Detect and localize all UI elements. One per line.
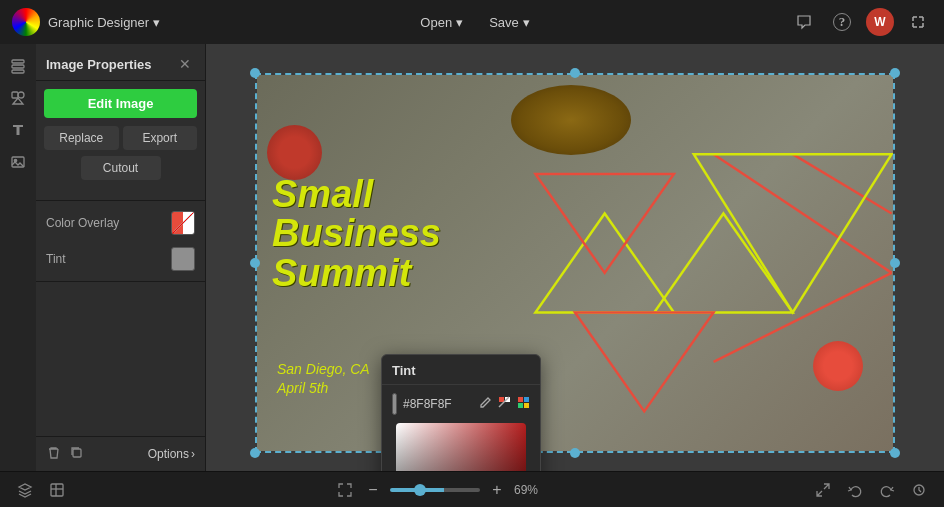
canvas-title: Small Business Summit bbox=[272, 175, 441, 295]
cutout-button[interactable]: Cutout bbox=[81, 156, 161, 180]
tint-popup: Tint bbox=[381, 354, 541, 471]
properties-panel: Image Properties ✕ Edit Image Replace Ex… bbox=[36, 44, 206, 471]
layers-panel-icon bbox=[17, 482, 33, 498]
sidebar-icon-image[interactable] bbox=[4, 148, 32, 176]
canvas-wrapper: Small Business Summit San Diego, CA Apri… bbox=[255, 73, 895, 453]
app-title-text: Graphic Designer bbox=[48, 15, 149, 30]
handle-bot-left[interactable] bbox=[250, 448, 260, 458]
history-button[interactable] bbox=[906, 477, 932, 503]
edit-image-button[interactable]: Edit Image bbox=[44, 89, 197, 118]
svg-marker-14 bbox=[575, 312, 714, 411]
panel-divider-1 bbox=[36, 200, 205, 201]
canvas-area[interactable]: Small Business Summit San Diego, CA Apri… bbox=[206, 44, 944, 471]
grid-panel-button[interactable] bbox=[44, 477, 70, 503]
title-line3: Summit bbox=[272, 254, 441, 294]
bottom-bar-right bbox=[810, 477, 932, 503]
color-gradient-v bbox=[396, 423, 526, 471]
tint-color-preview[interactable] bbox=[392, 393, 397, 415]
fit-to-screen-button[interactable] bbox=[334, 479, 356, 501]
app-title-chevron[interactable]: ▾ bbox=[153, 15, 160, 30]
duplicate-icon bbox=[69, 445, 84, 460]
resize-button[interactable] bbox=[810, 477, 836, 503]
tint-hex-input[interactable] bbox=[403, 397, 473, 411]
tint-swatch-button[interactable] bbox=[517, 396, 530, 412]
replace-button[interactable]: Replace bbox=[44, 126, 119, 150]
sidebar-icon-text[interactable] bbox=[4, 116, 32, 144]
tint-pencil-button[interactable] bbox=[479, 396, 492, 412]
title-line1: Small bbox=[272, 175, 441, 215]
panel-bottom: Options › bbox=[36, 436, 205, 471]
panel-divider-2 bbox=[36, 281, 205, 282]
fit-screen-icon bbox=[337, 482, 353, 498]
panel-header: Image Properties ✕ bbox=[36, 44, 205, 81]
delete-button[interactable] bbox=[46, 445, 61, 463]
sidebar-icon-layers[interactable] bbox=[4, 52, 32, 80]
expand-icon bbox=[911, 15, 925, 29]
svg-line-16 bbox=[793, 154, 892, 213]
canvas-image[interactable]: Small Business Summit San Diego, CA Apri… bbox=[255, 73, 895, 453]
tint-slash-button[interactable] bbox=[498, 396, 511, 412]
export-button[interactable]: Export bbox=[123, 126, 198, 150]
undo-button[interactable] bbox=[842, 477, 868, 503]
tint-popup-title: Tint bbox=[392, 363, 416, 378]
topbar-right: ? W bbox=[790, 8, 932, 36]
help-icon: ? bbox=[833, 13, 851, 31]
svg-rect-0 bbox=[12, 60, 24, 63]
expand-button[interactable] bbox=[904, 8, 932, 36]
handle-mid-right[interactable] bbox=[890, 258, 900, 268]
color-overlay-swatch[interactable] bbox=[171, 211, 195, 235]
zoom-minus-icon: − bbox=[368, 481, 377, 499]
svg-marker-12 bbox=[654, 213, 793, 312]
undo-icon bbox=[847, 482, 863, 498]
subtitle-line2: April 5th bbox=[277, 379, 370, 399]
export-label: Export bbox=[142, 131, 177, 145]
duplicate-button[interactable] bbox=[69, 445, 84, 463]
replace-label: Replace bbox=[59, 131, 103, 145]
zoom-in-button[interactable]: + bbox=[486, 479, 508, 501]
close-icon: ✕ bbox=[179, 56, 191, 72]
bottom-bar: − + 69% bbox=[0, 471, 944, 507]
tint-popup-header: Tint bbox=[382, 355, 540, 385]
svg-rect-25 bbox=[524, 403, 529, 408]
zoom-out-button[interactable]: − bbox=[362, 479, 384, 501]
svg-line-15 bbox=[714, 154, 892, 273]
handle-bot-center[interactable] bbox=[570, 448, 580, 458]
save-label: Save bbox=[489, 15, 519, 30]
topbar: Graphic Designer ▾ Open ▾ Save ▾ ? W bbox=[0, 0, 944, 44]
swatch-grid-icon bbox=[517, 396, 530, 409]
zoom-slider[interactable] bbox=[390, 488, 480, 492]
redo-button[interactable] bbox=[874, 477, 900, 503]
panel-close-button[interactable]: ✕ bbox=[175, 54, 195, 74]
handle-top-left[interactable] bbox=[250, 68, 260, 78]
help-button[interactable]: ? bbox=[828, 8, 856, 36]
sidebar-icons bbox=[0, 44, 36, 471]
sidebar-icon-shapes[interactable] bbox=[4, 84, 32, 112]
swatch-slash bbox=[172, 212, 194, 234]
layers-panel-button[interactable] bbox=[12, 477, 38, 503]
handle-top-center[interactable] bbox=[570, 68, 580, 78]
svg-rect-1 bbox=[12, 65, 24, 68]
svg-rect-24 bbox=[518, 403, 523, 408]
save-button[interactable]: Save ▾ bbox=[479, 11, 540, 34]
svg-rect-23 bbox=[524, 397, 529, 402]
open-button[interactable]: Open ▾ bbox=[410, 11, 473, 34]
color-picker-area[interactable] bbox=[396, 423, 526, 471]
color-overlay-label: Color Overlay bbox=[46, 216, 119, 230]
options-button[interactable]: Options › bbox=[148, 447, 195, 461]
topbar-left: Graphic Designer ▾ bbox=[12, 8, 160, 36]
user-avatar[interactable]: W bbox=[866, 8, 894, 36]
history-icon bbox=[911, 482, 927, 498]
handle-bot-right[interactable] bbox=[890, 448, 900, 458]
cutout-label: Cutout bbox=[103, 161, 138, 175]
panel-action-row: Replace Export bbox=[36, 126, 205, 156]
delete-icon bbox=[46, 445, 61, 460]
pencil-icon bbox=[479, 396, 492, 409]
svg-rect-3 bbox=[12, 92, 18, 98]
comment-button[interactable] bbox=[790, 8, 818, 36]
app-logo[interactable] bbox=[12, 8, 40, 36]
tint-swatch[interactable] bbox=[171, 247, 195, 271]
svg-line-17 bbox=[714, 272, 892, 361]
slash-icon bbox=[498, 396, 511, 409]
handle-top-right[interactable] bbox=[890, 68, 900, 78]
handle-mid-left[interactable] bbox=[250, 258, 260, 268]
